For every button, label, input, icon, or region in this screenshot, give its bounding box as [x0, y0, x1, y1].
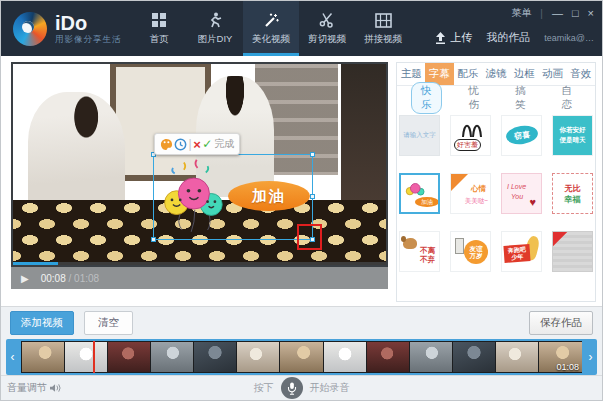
- my-works-link[interactable]: 我的作品: [486, 30, 530, 45]
- nav-item-label: 美化视频: [252, 33, 290, 46]
- sticker-thumb[interactable]: [552, 231, 593, 272]
- playhead-marker[interactable]: [93, 341, 95, 373]
- sticker-label: 便是晴天: [560, 136, 586, 145]
- nav-item-label: 剪切视频: [308, 33, 346, 46]
- timeline-thumbnail[interactable]: [496, 342, 538, 372]
- record-button[interactable]: [281, 377, 303, 399]
- app-logo-icon: [13, 12, 47, 46]
- tab-滤镜[interactable]: 滤镜: [482, 63, 510, 85]
- effects-panel: 主题字幕配乐滤镜边框动画音效 快乐忧伤搞笑自恋 请输入文字好害羞窃喜你若安好便是…: [396, 62, 596, 302]
- logo: iDo 用影像分享生活: [1, 1, 131, 56]
- clock-icon[interactable]: [174, 138, 187, 151]
- app-tagline: 用影像分享生活: [55, 34, 122, 46]
- window-controls: 菜单 | — □ ×: [511, 6, 594, 20]
- nav-item-首页[interactable]: 首页: [131, 1, 187, 56]
- corner-ribbon: [552, 231, 577, 251]
- cheer-sticker-pill: 加油: [228, 181, 310, 211]
- video-progress-fill: [13, 262, 58, 265]
- balloons-sticker: [156, 157, 230, 241]
- timeline-thumbnail[interactable]: [65, 342, 107, 372]
- tab-音效[interactable]: 音效: [567, 63, 595, 85]
- play-button[interactable]: ▶: [21, 273, 29, 284]
- sticker-label: You: [511, 193, 523, 200]
- film-icon: [375, 11, 392, 29]
- monument-icon: [455, 238, 464, 254]
- timeline-thumbnail[interactable]: [367, 342, 409, 372]
- sticker-thumb[interactable]: 你若安好便是晴天: [552, 115, 593, 156]
- cancel-icon[interactable]: ×: [193, 138, 201, 151]
- sticker-thumb[interactable]: 不离不弃: [399, 231, 440, 272]
- sticker-label: 不弃: [420, 255, 435, 265]
- sticker-label: 万岁: [470, 252, 483, 259]
- time-display: 00:08 / 01:08: [41, 273, 99, 284]
- sticker-thumb[interactable]: 无比幸福: [552, 173, 593, 214]
- maximize-button[interactable]: □: [572, 7, 579, 19]
- action-bar: 添加视频 清空 保存作品: [1, 307, 602, 339]
- timeline-thumbnail[interactable]: [194, 342, 236, 372]
- resize-handle[interactable]: [310, 152, 315, 157]
- sticker-thumb[interactable]: 友谊万岁: [450, 231, 491, 272]
- main-area: | × ✓ 完成: [1, 56, 602, 306]
- video-progress-bar[interactable]: [13, 262, 386, 265]
- app-window: iDo 用影像分享生活 首页图片DIY美化视频剪切视频拼接视频 菜单 | — □…: [0, 0, 603, 401]
- player-column: | × ✓ 完成: [11, 62, 388, 306]
- tab-配乐[interactable]: 配乐: [454, 63, 482, 85]
- username[interactable]: teamika@…: [544, 33, 594, 43]
- filmstrip[interactable]: 01:08: [19, 339, 584, 375]
- timeline-thumbnail[interactable]: [453, 342, 495, 372]
- scroll-right-button[interactable]: ›: [584, 339, 597, 375]
- sticker-thumb[interactable]: 窃喜: [501, 115, 542, 156]
- add-video-button[interactable]: 添加视频: [10, 311, 74, 335]
- timeline-thumbnail[interactable]: [324, 342, 366, 372]
- timeline-thumbnail[interactable]: [108, 342, 150, 372]
- subtab-自恋[interactable]: 自恋: [553, 83, 582, 113]
- sticker-toolbar: | × ✓ 完成: [154, 133, 240, 155]
- chevron-left-icon: ‹: [11, 350, 15, 364]
- microphone-icon: [287, 382, 297, 395]
- palette-icon[interactable]: [160, 138, 173, 151]
- strip-end-time: 01:08: [556, 362, 579, 372]
- nav-item-图片DIY[interactable]: 图片DIY: [187, 1, 243, 56]
- volume-control[interactable]: 音量调节: [7, 381, 61, 395]
- sticker-label: 友谊: [470, 245, 483, 252]
- sticker-selection-box[interactable]: 加油: [153, 154, 313, 240]
- main-nav: 首页图片DIY美化视频剪切视频拼接视频: [131, 1, 411, 56]
- tab-边框[interactable]: 边框: [510, 63, 538, 85]
- video-preview[interactable]: | × ✓ 完成: [11, 62, 388, 267]
- scroll-left-button[interactable]: ‹: [6, 339, 19, 375]
- close-button[interactable]: ×: [588, 7, 594, 19]
- timeline-thumbnail[interactable]: [280, 342, 322, 372]
- watermark-highlight-box[interactable]: [297, 224, 322, 250]
- sticker-thumb[interactable]: 心情美美哒~: [450, 173, 491, 214]
- bottom-panel: 添加视频 清空 保存作品 ‹ 01:08 › 音量调节 按下: [1, 306, 602, 400]
- nav-item-剪切视频[interactable]: 剪切视频: [299, 1, 355, 56]
- minimize-button[interactable]: —: [552, 7, 563, 19]
- sticker-thumb[interactable]: 好害羞: [450, 115, 491, 156]
- sticker-label: 好害羞: [454, 139, 481, 151]
- save-work-button[interactable]: 保存作品: [529, 311, 593, 335]
- sticker-thumb[interactable]: 请输入文字: [399, 115, 440, 156]
- sticker-label: 加油: [415, 197, 439, 207]
- nav-item-美化视频[interactable]: 美化视频: [243, 1, 299, 56]
- sticker-label: 少年: [511, 253, 523, 261]
- timeline-thumbnail[interactable]: [237, 342, 279, 372]
- upload-button[interactable]: 上传: [435, 30, 472, 45]
- nav-item-拼接视频[interactable]: 拼接视频: [355, 1, 411, 56]
- confirm-button[interactable]: ✓ 完成: [202, 137, 234, 151]
- sticker-thumb[interactable]: 加油: [399, 173, 440, 214]
- sticker-thumb[interactable]: 奔跑吧少年: [501, 231, 542, 272]
- scissors-icon: [319, 11, 335, 29]
- resize-handle[interactable]: [310, 194, 315, 199]
- timeline-thumbnail[interactable]: [151, 342, 193, 372]
- subtab-搞笑[interactable]: 搞笑: [506, 83, 535, 113]
- sticker-thumb[interactable]: I LoveYou♥: [501, 173, 542, 214]
- timeline-thumbnail[interactable]: [22, 342, 64, 372]
- clear-button[interactable]: 清空: [84, 311, 133, 335]
- menu-button[interactable]: 菜单: [511, 6, 531, 20]
- subtab-快乐[interactable]: 快乐: [411, 82, 442, 114]
- sticker-text: 加油: [252, 187, 286, 206]
- tab-动画[interactable]: 动画: [538, 63, 566, 85]
- record-controls: 按下 开始录音: [254, 377, 350, 399]
- timeline-thumbnail[interactable]: [410, 342, 452, 372]
- subtab-忧伤[interactable]: 忧伤: [460, 83, 489, 113]
